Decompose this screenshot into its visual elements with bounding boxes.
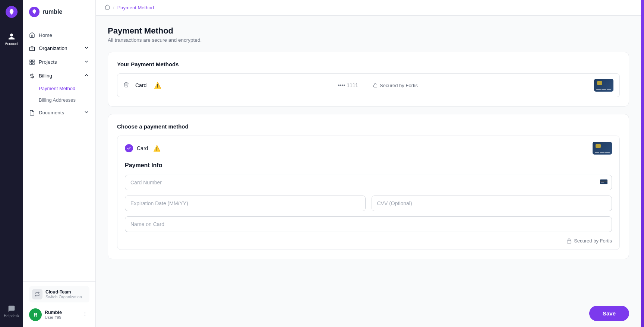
user-avatar: R <box>29 308 42 321</box>
your-payment-methods-card: Your Payment Methods Card ⚠️ •••• 1111 S… <box>108 52 629 107</box>
svg-rect-5 <box>32 63 34 64</box>
sidebar-logo-icon <box>29 7 40 17</box>
main-sidebar: rumble Home Organization Projects Billin <box>23 0 96 327</box>
cvv-input[interactable] <box>372 196 612 211</box>
projects-chevron-icon <box>83 58 89 66</box>
sidebar-billing-label: Billing <box>39 73 52 79</box>
expiry-cvv-row <box>125 196 612 211</box>
sidebar-sub-billing-addresses[interactable]: Billing Addresses <box>23 94 95 106</box>
delete-card-icon[interactable] <box>123 82 129 89</box>
name-on-card-input[interactable] <box>125 216 612 232</box>
check-circle-icon <box>125 144 133 152</box>
user-menu-button[interactable] <box>80 309 89 320</box>
sidebar-item-organization[interactable]: Organization <box>23 41 95 55</box>
user-id: User #99 <box>45 315 78 320</box>
card-number-icon <box>600 179 607 186</box>
content-area: Payment Method All transactions are secu… <box>96 16 641 300</box>
home-breadcrumb-icon[interactable] <box>105 4 110 11</box>
sidebar-item-billing[interactable]: Billing <box>23 69 95 83</box>
sidebar-logo: rumble <box>23 0 95 24</box>
choose-card-line-1 <box>595 152 599 153</box>
choose-card-line-2 <box>600 152 604 153</box>
sidebar-org-label: Organization <box>39 45 67 51</box>
sidebar-item-home[interactable]: Home <box>23 29 95 41</box>
choose-payment-method-card: Choose a payment method Card ⚠️ <box>108 114 629 259</box>
choose-card-lines <box>595 152 610 153</box>
sidebar-logo-text: rumble <box>42 9 62 15</box>
breadcrumb-current: Payment Method <box>117 5 154 10</box>
warning-icon: ⚠️ <box>154 82 161 89</box>
logo-area <box>6 6 18 18</box>
save-button[interactable]: Save <box>589 306 629 321</box>
page-title: Payment Method <box>108 26 629 36</box>
right-accent-bar <box>641 0 644 327</box>
icon-sidebar: Account Helpdesk <box>0 0 23 327</box>
sidebar-sub-payment-method[interactable]: Payment Method <box>23 83 95 94</box>
svg-rect-15 <box>567 241 571 243</box>
footer-actions: Save <box>96 300 641 327</box>
svg-rect-14 <box>601 182 604 183</box>
sidebar-documents-label: Documents <box>39 110 64 115</box>
svg-rect-6 <box>30 63 32 64</box>
app-logo-icon <box>6 6 18 18</box>
sidebar-item-helpdesk[interactable]: Helpdesk <box>1 302 22 321</box>
credit-card-graphic <box>594 79 613 92</box>
card-chip <box>597 81 602 85</box>
choose-warning-icon: ⚠️ <box>153 145 161 152</box>
svg-rect-13 <box>600 181 607 182</box>
main-content: / Payment Method Payment Method All tran… <box>96 0 641 327</box>
card-last4: •••• 1111 <box>338 82 358 88</box>
sidebar-item-account[interactable]: Account <box>0 30 23 49</box>
user-name: Rumble <box>45 310 78 315</box>
org-icon <box>32 289 42 299</box>
payment-method-row: Card ⚠️ •••• 1111 Secured by Fortis <box>117 73 620 97</box>
secure-by-fortis: Secured by Fortis <box>373 83 418 88</box>
choose-payment-title: Choose a payment method <box>117 123 620 130</box>
card-line-1 <box>596 89 601 90</box>
sidebar-item-documents[interactable]: Documents <box>23 106 95 120</box>
choose-card-header: Card ⚠️ <box>125 142 612 155</box>
org-name: Cloud-Team <box>45 289 86 295</box>
org-switcher[interactable]: Cloud-Team Switch Organization <box>29 286 89 302</box>
payment-info-title: Payment Info <box>125 162 612 169</box>
card-line-2 <box>602 89 606 90</box>
card-number-input[interactable] <box>125 175 612 190</box>
billing-addresses-sub-label: Billing Addresses <box>39 97 76 103</box>
sidebar-item-projects[interactable]: Projects <box>23 55 95 69</box>
svg-point-8 <box>85 312 85 312</box>
secure-text-label: Secured by Fortis <box>380 83 418 88</box>
org-info: Cloud-Team Switch Organization <box>45 289 86 299</box>
your-payment-methods-title: Your Payment Methods <box>117 61 620 67</box>
choose-credit-card-graphic <box>593 142 612 155</box>
fortis-footer-text: Secured by Fortis <box>574 238 612 244</box>
choose-card-container: Card ⚠️ Payment Info <box>117 136 620 250</box>
card-lines <box>596 89 611 90</box>
name-on-card-wrapper <box>125 216 612 232</box>
svg-rect-4 <box>32 60 34 62</box>
card-number-wrapper <box>125 175 612 190</box>
choose-card-chip <box>596 144 601 148</box>
choose-card-label: Card <box>137 145 148 151</box>
sidebar-home-label: Home <box>39 32 52 38</box>
sidebar-projects-label: Projects <box>39 59 57 65</box>
documents-chevron-icon <box>83 109 89 116</box>
sidebar-nav: Home Organization Projects Billing <box>23 24 95 281</box>
svg-point-9 <box>85 314 85 314</box>
user-info: Rumble User #99 <box>45 310 78 320</box>
sidebar-bottom: Cloud-Team Switch Organization R Rumble … <box>23 281 95 327</box>
breadcrumb: / Payment Method <box>96 0 641 16</box>
sidebar-helpdesk-label: Helpdesk <box>4 314 19 318</box>
org-sub: Switch Organization <box>45 295 86 299</box>
card-label-existing: Card <box>135 82 146 88</box>
user-section: R Rumble User #99 <box>29 307 89 323</box>
expiration-date-input[interactable] <box>125 196 366 211</box>
payment-method-sub-label: Payment Method <box>39 86 75 91</box>
billing-chevron-icon <box>83 72 89 79</box>
sidebar-account-label: Account <box>5 42 18 46</box>
breadcrumb-separator: / <box>113 5 114 10</box>
org-chevron-icon <box>83 45 89 52</box>
page-subtitle: All transactions are secure and encrypte… <box>108 37 629 43</box>
svg-rect-11 <box>374 85 377 88</box>
card-line-3 <box>607 89 611 90</box>
fortis-footer: Secured by Fortis <box>125 238 612 244</box>
